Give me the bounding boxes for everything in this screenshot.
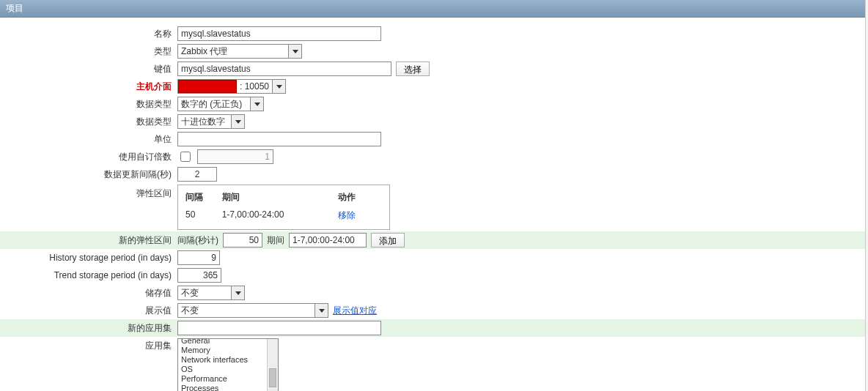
apps-list-item[interactable]: Performance: [180, 374, 266, 384]
apps-list-item[interactable]: OS: [180, 365, 266, 374]
label-flex: 弹性区间: [0, 185, 177, 200]
key-input[interactable]: [177, 62, 391, 76]
units-input[interactable]: [177, 132, 381, 146]
newflex-interval-input[interactable]: [223, 233, 262, 247]
right-border: [865, 0, 868, 391]
flex-row-interval: 50: [185, 209, 222, 222]
apps-list-item[interactable]: Network interfaces: [180, 355, 266, 365]
label-info-type: 数据类型: [0, 98, 177, 111]
history-input[interactable]: [177, 250, 220, 265]
show-value-mapping-link[interactable]: 展示值对应: [333, 305, 377, 317]
multiplier-checkbox[interactable]: [180, 152, 191, 162]
label-trend: Trend storage period (in days): [0, 270, 177, 280]
trend-input[interactable]: [177, 268, 221, 283]
label-key: 键值: [0, 63, 177, 75]
flex-hdr-action: 动作: [338, 191, 382, 204]
data-type-select[interactable]: 十进位数字: [177, 114, 245, 129]
label-hostif: 主机介面: [0, 81, 177, 93]
label-type: 类型: [0, 45, 177, 58]
chevron-down-icon: [288, 45, 301, 58]
apps-list-item[interactable]: General: [180, 338, 266, 346]
type-select[interactable]: Zabbix 代理: [177, 44, 302, 59]
label-newflex: 新的弹性区间: [0, 234, 177, 247]
flex-row-period: 1-7,00:00-24:00: [222, 209, 339, 222]
name-input[interactable]: [177, 26, 381, 41]
flex-hdr-interval: 间隔: [185, 191, 222, 204]
host-interface-select[interactable]: : 10050: [177, 79, 286, 94]
flex-row: 50 1-7,00:00-24:00 移除: [185, 206, 382, 222]
newflex-period-input[interactable]: [289, 233, 367, 247]
label-show: 展示值: [0, 305, 177, 317]
label-store: 储存值: [0, 287, 177, 299]
info-type-select[interactable]: 数字的 (无正负): [177, 97, 264, 111]
host-interface-missing: [178, 80, 237, 93]
newflex-period-label: 期间: [267, 234, 284, 247]
flex-intervals-table: 间隔 期间 动作 50 1-7,00:00-24:00 移除: [177, 185, 390, 230]
label-apps: 应用集: [0, 338, 177, 352]
chevron-down-icon: [231, 286, 244, 299]
label-interval: 数据更新间隔(秒): [0, 168, 177, 181]
flex-hdr-period: 期间: [222, 191, 339, 204]
chevron-down-icon: [272, 80, 285, 93]
store-value: 不变: [178, 287, 215, 299]
apps-listbox[interactable]: GeneralMemoryNetwork interfacesOSPerform…: [177, 338, 279, 391]
multiplier-input: [197, 149, 273, 164]
newflex-add-button[interactable]: 添加: [371, 233, 405, 247]
show-select[interactable]: 不变: [177, 303, 328, 318]
item-form: 名称 类型 Zabbix 代理 键值 选择 主机介面 : 10050: [0, 18, 868, 391]
newflex-interval-label: 间隔(秒计): [177, 234, 218, 247]
apps-list-item[interactable]: Processes: [180, 384, 266, 391]
label-history: History storage period (in days): [0, 253, 177, 263]
type-select-value: Zabbix 代理: [178, 45, 243, 58]
interval-input[interactable]: [177, 167, 217, 182]
newapp-input[interactable]: [177, 321, 381, 335]
info-type-value: 数字的 (无正负): [178, 98, 258, 111]
chevron-down-icon: [250, 97, 263, 111]
scrollbar[interactable]: [267, 339, 278, 391]
show-value: 不变: [178, 305, 215, 317]
chevron-down-icon: [231, 115, 244, 128]
select-key-button[interactable]: 选择: [396, 62, 430, 76]
label-name: 名称: [0, 28, 177, 40]
label-newapp: 新的应用集: [0, 322, 177, 335]
label-units: 单位: [0, 133, 177, 146]
panel-title: 项目: [0, 0, 868, 18]
store-select[interactable]: 不变: [177, 286, 245, 300]
label-multiplier: 使用自订倍数: [0, 151, 177, 163]
apps-list-item[interactable]: Memory: [180, 346, 266, 355]
flex-row-remove-link[interactable]: 移除: [338, 209, 382, 222]
label-data-type: 数据类型: [0, 116, 177, 128]
chevron-down-icon: [315, 304, 328, 317]
host-interface-port: : 10050: [237, 81, 272, 92]
